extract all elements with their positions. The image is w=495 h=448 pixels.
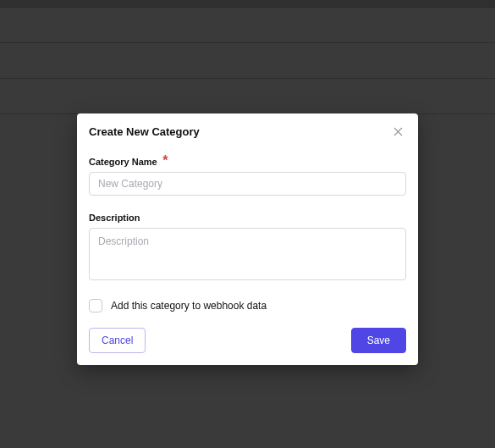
category-name-group: Category Name * <box>89 153 406 196</box>
cancel-button[interactable]: Cancel <box>89 328 146 353</box>
close-icon <box>393 127 403 136</box>
category-name-label-row: Category Name * <box>89 153 406 172</box>
category-name-label: Category Name <box>89 157 157 167</box>
webhook-checkbox[interactable] <box>89 299 102 312</box>
webhook-checkbox-label: Add this category to webhook data <box>111 300 267 312</box>
required-mark: * <box>162 153 168 169</box>
description-label: Description <box>89 213 140 223</box>
category-name-input[interactable] <box>89 172 406 196</box>
modal-header: Create New Category <box>89 125 406 138</box>
webhook-checkbox-row: Add this category to webhook data <box>89 299 406 312</box>
save-button[interactable]: Save <box>351 328 406 353</box>
close-button[interactable] <box>390 125 406 138</box>
description-group: Description <box>89 209 406 284</box>
create-category-modal: Create New Category Category Name * Desc… <box>77 113 418 365</box>
description-input[interactable] <box>89 228 406 280</box>
modal-footer: Cancel Save <box>89 328 406 353</box>
modal-title: Create New Category <box>89 125 200 138</box>
modal-backdrop: Create New Category Category Name * Desc… <box>0 0 495 448</box>
